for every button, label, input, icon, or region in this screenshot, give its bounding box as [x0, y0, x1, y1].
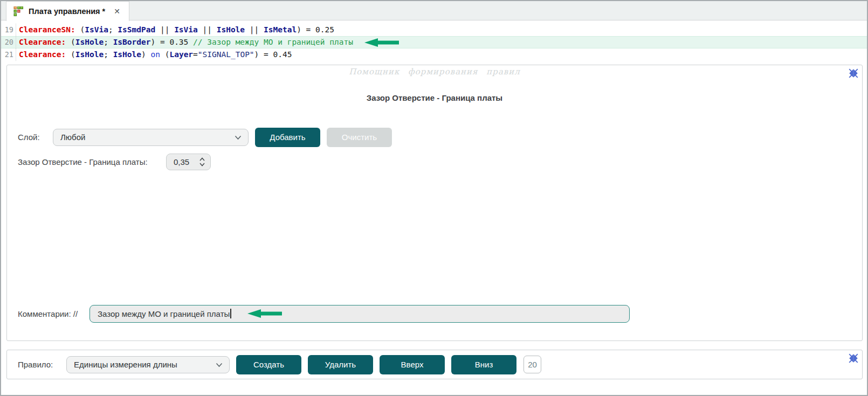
tab-plata-upravleniya[interactable]: Плата управления * ✕ [6, 1, 129, 21]
layer-select-value: Любой [60, 133, 85, 142]
clearance-spinner[interactable]: 0,35 [166, 154, 211, 170]
rule-select-value: Единицы измерения длины [74, 360, 177, 369]
panel-watermark: Помощник формирования правил [7, 67, 862, 77]
app-window: Плата управления * ✕ 19ClearanceSN: (IsV… [0, 0, 868, 396]
comment-input-value: Зазор между МО и границей платы [98, 309, 230, 318]
code-text: ClearanceSN: (IsVia; IsSmdPad || IsVia |… [16, 24, 334, 36]
chevron-down-icon [216, 360, 223, 369]
code-line[interactable]: 19ClearanceSN: (IsVia; IsSmdPad || IsVia… [1, 24, 867, 36]
code-text: Clearance: (IsHole; IsBorder) = 0.35 // … [16, 36, 353, 48]
down-button[interactable]: Вниз [451, 355, 516, 374]
comment-input[interactable]: Зазор между МО и границей платы [89, 305, 630, 323]
rule-bar: Правило: Единицы измерения длины Создать… [6, 350, 863, 379]
code-lines: 19ClearanceSN: (IsVia; IsSmdPad || IsVia… [1, 24, 867, 61]
rule-count: 20 [523, 356, 541, 373]
collapse-arrows-icon[interactable] [848, 68, 859, 79]
code-editor[interactable]: 19ClearanceSN: (IsVia; IsSmdPad || IsVia… [1, 21, 867, 64]
code-line[interactable]: 21Clearance: (IsHole; IsHole) on (Layer=… [1, 48, 867, 61]
line-number: 20 [1, 36, 16, 48]
code-line[interactable]: 20Clearance: (IsHole; IsBorder) = 0.35 /… [1, 36, 867, 48]
pcb-grid-icon [13, 6, 23, 16]
stepper-up-down-icon[interactable] [199, 157, 205, 167]
line-number: 19 [1, 24, 16, 36]
add-button[interactable]: Добавить [255, 128, 320, 147]
tab-bar: Плата управления * ✕ [1, 1, 867, 20]
layer-label: Слой: [18, 133, 45, 142]
layer-row: Слой: Любой Добавить Очистить [7, 127, 862, 147]
clear-button[interactable]: Очистить [327, 128, 392, 147]
rule-assistant-panel: Помощник формирования правил Зазор Отвер… [6, 65, 863, 341]
code-text: Clearance: (IsHole; IsHole) on (Layer="S… [16, 48, 292, 61]
rule-label: Правило: [18, 360, 56, 369]
line-number: 21 [1, 48, 16, 61]
green-left-arrow-icon [364, 38, 399, 47]
close-icon[interactable]: ✕ [114, 8, 120, 15]
rule-heading: Зазор Отверстие - Граница платы [7, 93, 862, 102]
rule-select[interactable]: Единицы измерения длины [66, 356, 230, 373]
tab-title: Плата управления * [29, 7, 105, 16]
comment-label: Комментарии: // [18, 309, 81, 318]
chevron-down-icon [235, 133, 242, 142]
text-caret [230, 309, 231, 318]
layer-select[interactable]: Любой [53, 129, 249, 146]
up-button[interactable]: Вверх [380, 355, 445, 374]
comment-row: Комментарии: // Зазор между МО и границе… [7, 304, 862, 323]
clearance-row: Зазор Отверстие - Граница платы: 0,35 [7, 153, 862, 170]
rule-bar-content: Правило: Единицы измерения длины Создать… [7, 350, 862, 379]
clearance-value: 0,35 [174, 157, 189, 166]
delete-button[interactable]: Удалить [308, 355, 373, 374]
green-left-arrow-icon [247, 309, 282, 318]
create-button[interactable]: Создать [236, 355, 301, 374]
clearance-label: Зазор Отверстие - Граница платы: [18, 157, 155, 166]
